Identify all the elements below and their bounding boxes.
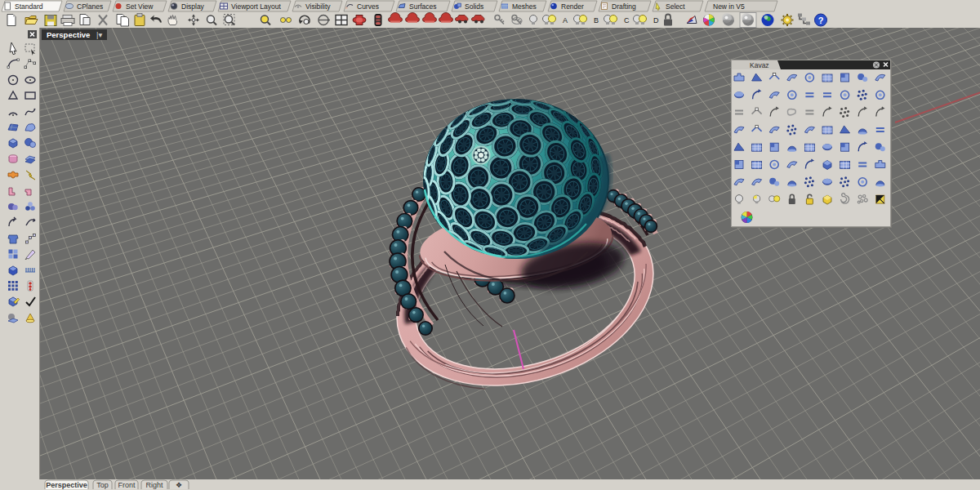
svg-text:Kavaz: Kavaz bbox=[750, 61, 769, 69]
svg-text:?: ? bbox=[818, 16, 824, 25]
svg-text:Solids: Solids bbox=[465, 2, 483, 11]
svg-text:Perspective: Perspective bbox=[46, 481, 87, 489]
svg-text:D: D bbox=[653, 16, 659, 24]
svg-text:Select: Select bbox=[666, 2, 685, 11]
svg-text:New in V5: New in V5 bbox=[713, 2, 745, 11]
svg-text:Display: Display bbox=[181, 2, 205, 11]
svg-text:Visibility: Visibility bbox=[305, 2, 331, 11]
svg-text:Set View: Set View bbox=[126, 2, 154, 11]
svg-text:Drafting: Drafting bbox=[612, 2, 636, 11]
svg-text:Render: Render bbox=[561, 2, 584, 11]
svg-text:Viewport Layout: Viewport Layout bbox=[231, 2, 281, 11]
svg-text:Surfaces: Surfaces bbox=[409, 2, 437, 11]
svg-text:C: C bbox=[624, 16, 630, 24]
svg-text:❖: ❖ bbox=[176, 481, 182, 489]
svg-text:Top: Top bbox=[96, 481, 109, 489]
svg-text:A: A bbox=[563, 16, 568, 24]
svg-text:Front: Front bbox=[118, 481, 136, 489]
svg-text:Curves: Curves bbox=[357, 2, 379, 11]
svg-text:Right: Right bbox=[145, 481, 163, 489]
svg-text:Standard: Standard bbox=[15, 2, 43, 11]
svg-text:B: B bbox=[594, 16, 599, 24]
svg-text:Meshes: Meshes bbox=[512, 2, 537, 11]
svg-text:CPlanes: CPlanes bbox=[77, 2, 103, 11]
